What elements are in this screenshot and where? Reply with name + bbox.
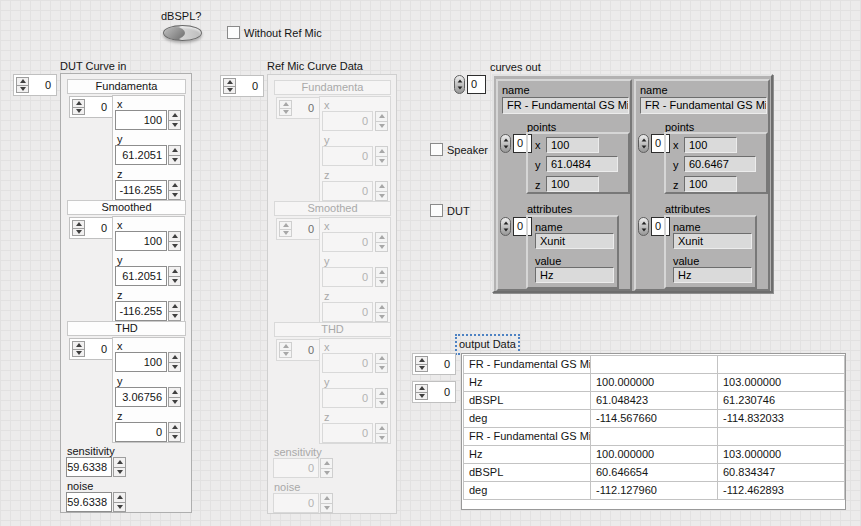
- sensitivity-spinner[interactable]: [320, 458, 333, 478]
- z-spinner[interactable]: [168, 422, 181, 442]
- table-cell[interactable]: FR - Fundamental GS Mic1: [464, 356, 591, 374]
- table-cell[interactable]: [718, 356, 845, 374]
- decrement-button[interactable]: [168, 276, 181, 287]
- table-cell[interactable]: 103.000000: [718, 374, 845, 392]
- x-field[interactable]: 100: [115, 352, 167, 372]
- table-cell[interactable]: -114.567660: [591, 410, 718, 428]
- index-spinner[interactable]: [415, 356, 428, 372]
- y-spinner[interactable]: [375, 388, 388, 408]
- without-ref-mic-checkbox[interactable]: [227, 26, 240, 39]
- table-cell[interactable]: dBSPL: [464, 464, 591, 482]
- index-spinner[interactable]: [454, 75, 465, 94]
- dbspl-toggle-switch[interactable]: [163, 25, 202, 41]
- noise-spinner[interactable]: [320, 493, 333, 513]
- index-spinner[interactable]: [279, 342, 292, 358]
- index-value[interactable]: 0: [467, 75, 486, 94]
- table-cell[interactable]: Hz: [464, 446, 591, 464]
- z-spinner[interactable]: [168, 301, 181, 321]
- smoothed-index-control[interactable]: 0: [69, 217, 113, 239]
- table-cell[interactable]: FR - Fundamental GS Mic2: [464, 428, 591, 446]
- sensitivity-field[interactable]: 59.6338: [66, 457, 112, 477]
- index-spinner[interactable]: [279, 221, 292, 237]
- toggle-knob[interactable]: [165, 27, 185, 39]
- table-cell[interactable]: deg: [464, 482, 591, 500]
- decrement-button[interactable]: [168, 432, 181, 443]
- attr-name-field[interactable]: Xunit: [535, 233, 614, 249]
- x-spinner[interactable]: [375, 353, 388, 373]
- index-value[interactable]: 0: [45, 79, 51, 92]
- decrement-button[interactable]: [168, 120, 181, 131]
- decrement-button[interactable]: [168, 362, 181, 373]
- output-index1-control[interactable]: 0: [412, 353, 456, 375]
- curve-name-field[interactable]: FR - Fundamental GS Mic2: [640, 97, 767, 114]
- table-cell[interactable]: -112.127960: [591, 482, 718, 500]
- noise-spinner[interactable]: [113, 492, 126, 512]
- decrement-button[interactable]: [168, 397, 181, 408]
- table-cell[interactable]: [718, 428, 845, 446]
- attr-value-field[interactable]: Hz: [535, 267, 614, 283]
- index-value[interactable]: 0: [101, 222, 107, 235]
- z-field[interactable]: 0: [115, 422, 167, 442]
- index-value[interactable]: 0: [308, 344, 314, 357]
- z-spinner[interactable]: [168, 180, 181, 200]
- curve-name-field[interactable]: FR - Fundamental GS Mic1: [502, 97, 629, 114]
- decrement-button[interactable]: [223, 86, 236, 95]
- index-value[interactable]: 0: [101, 101, 107, 114]
- table-cell[interactable]: 60.834347: [718, 464, 845, 482]
- x-spinner[interactable]: [375, 111, 388, 131]
- x-field[interactable]: 100: [115, 231, 167, 251]
- decrement-button[interactable]: [375, 312, 388, 323]
- decrement-button[interactable]: [168, 241, 181, 252]
- index-value[interactable]: 0: [308, 223, 314, 236]
- table-cell[interactable]: -114.832033: [718, 410, 845, 428]
- x-spinner[interactable]: [375, 232, 388, 252]
- decrement-button[interactable]: [72, 107, 85, 116]
- x-field[interactable]: 100: [684, 137, 737, 153]
- thd-index-control[interactable]: 0: [276, 339, 320, 361]
- curves-out-index-control[interactable]: 0: [454, 75, 486, 94]
- index-spinner[interactable]: [638, 134, 649, 153]
- index-spinner[interactable]: [638, 217, 649, 236]
- dut-curve-index-control[interactable]: 0: [13, 74, 57, 96]
- decrement-button[interactable]: [375, 121, 388, 132]
- decrement-button[interactable]: [375, 363, 388, 374]
- table-cell[interactable]: 61.048423: [591, 392, 718, 410]
- decrement-button[interactable]: [168, 190, 181, 201]
- table-cell[interactable]: 61.230746: [718, 392, 845, 410]
- decrement-button[interactable]: [72, 228, 85, 237]
- decrement-button[interactable]: [168, 311, 181, 322]
- decrement-button[interactable]: [415, 392, 428, 401]
- table-cell[interactable]: [591, 356, 718, 374]
- fundamenta-index-control[interactable]: 0: [69, 96, 113, 118]
- table-cell[interactable]: Hz: [464, 374, 591, 392]
- y-field[interactable]: 60.6467: [684, 156, 756, 172]
- y-field[interactable]: 0: [322, 267, 373, 287]
- z-spinner[interactable]: [375, 181, 388, 201]
- z-spinner[interactable]: [375, 423, 388, 443]
- index-spinner[interactable]: [223, 78, 236, 94]
- index-spinner[interactable]: [279, 100, 292, 116]
- x-field[interactable]: 0: [322, 111, 373, 131]
- table-cell[interactable]: 60.646654: [591, 464, 718, 482]
- output-data-title[interactable]: output Data: [459, 338, 516, 351]
- index-spinner[interactable]: [415, 384, 428, 400]
- table-cell[interactable]: 100.000000: [591, 446, 718, 464]
- x-spinner[interactable]: [168, 110, 181, 130]
- sensitivity-field[interactable]: 0: [273, 458, 319, 478]
- y-spinner[interactable]: [168, 266, 181, 286]
- y-field[interactable]: 0: [322, 146, 373, 166]
- dut-checkbox[interactable]: [430, 204, 443, 217]
- x-field[interactable]: 100: [115, 110, 167, 130]
- decrement-button[interactable]: [279, 108, 292, 117]
- noise-field[interactable]: 0: [273, 493, 319, 513]
- table-cell[interactable]: 103.000000: [718, 446, 845, 464]
- table-cell[interactable]: -112.462893: [718, 482, 845, 500]
- index-value[interactable]: 0: [101, 343, 107, 356]
- x-spinner[interactable]: [168, 352, 181, 372]
- x-field[interactable]: 100: [546, 137, 599, 153]
- x-field[interactable]: 0: [322, 232, 373, 252]
- table-cell[interactable]: deg: [464, 410, 591, 428]
- index-spinner[interactable]: [72, 220, 85, 236]
- x-spinner[interactable]: [168, 231, 181, 251]
- decrement-button[interactable]: [113, 502, 126, 513]
